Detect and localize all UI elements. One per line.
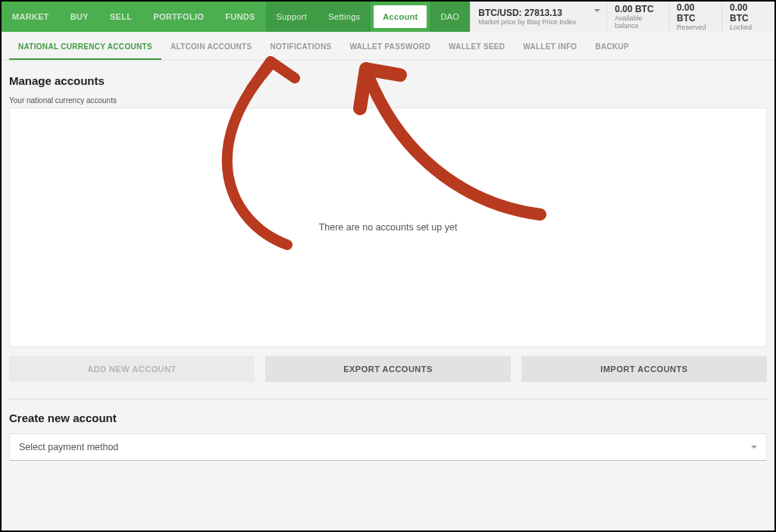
section-divider: [9, 399, 767, 399]
available-balance-label: Available balance: [615, 14, 661, 30]
nav-sell[interactable]: SELL: [99, 2, 142, 32]
chevron-down-icon: [594, 9, 600, 15]
import-accounts-button[interactable]: IMPORT ACCOUNTS: [521, 356, 767, 382]
create-account-title: Create new account: [9, 412, 767, 424]
tab-notifications[interactable]: NOTIFICATIONS: [261, 32, 340, 60]
locked-balance-value: 0.00 BTC: [730, 2, 767, 23]
account-subtabs: NATIONAL CURRENCY ACCOUNTS ALTCOIN ACCOU…: [2, 32, 774, 61]
price-value: BTC/USD: 27813.13: [478, 8, 599, 18]
tab-wallet-password[interactable]: WALLET PASSWORD: [340, 32, 440, 60]
locked-balance-label: Locked: [730, 23, 767, 31]
add-new-account-button: ADD NEW ACCOUNT: [9, 356, 255, 382]
manage-accounts-title: Manage accounts: [9, 74, 767, 87]
nav-primary: MARKET BUY SELL PORTFOLIO FUNDS Support …: [2, 2, 470, 32]
tab-backup[interactable]: BACKUP: [586, 32, 638, 60]
content-area: Manage accounts Your national currency a…: [2, 61, 774, 461]
reserved-balance-label: Reserved: [677, 23, 714, 31]
status-group: BTC/USD: 27813.13 Market price by Bisq P…: [470, 2, 774, 32]
nav-funds[interactable]: FUNDS: [214, 2, 265, 32]
price-dropdown[interactable]: BTC/USD: 27813.13 Market price by Bisq P…: [470, 2, 606, 32]
accounts-list-label: Your national currency accounts: [9, 96, 767, 105]
nav-market[interactable]: MARKET: [2, 2, 60, 32]
nav-buy[interactable]: BUY: [60, 2, 99, 32]
nav-portfolio[interactable]: PORTFOLIO: [142, 2, 214, 32]
reserved-balance-box: 0.00 BTC Reserved: [668, 2, 721, 32]
tab-national-currency-accounts[interactable]: NATIONAL CURRENCY ACCOUNTS: [9, 32, 161, 60]
nav-support[interactable]: Support: [266, 2, 318, 32]
payment-method-placeholder: Select payment method: [19, 442, 118, 452]
export-accounts-button[interactable]: EXPORT ACCOUNTS: [265, 356, 511, 382]
available-balance-value: 0.00 BTC: [615, 4, 661, 14]
locked-balance-box: 0.00 BTC Locked: [721, 2, 774, 32]
account-actions-row: ADD NEW ACCOUNT EXPORT ACCOUNTS IMPORT A…: [9, 356, 767, 382]
nav-settings[interactable]: Settings: [318, 2, 371, 32]
accounts-panel: There are no accounts set up yet: [9, 108, 767, 347]
top-navbar: MARKET BUY SELL PORTFOLIO FUNDS Support …: [2, 2, 774, 32]
payment-method-select[interactable]: Select payment method: [9, 433, 767, 461]
available-balance-box: 0.00 BTC Available balance: [606, 2, 668, 32]
reserved-balance-value: 0.00 BTC: [677, 2, 714, 23]
tab-altcoin-accounts[interactable]: ALTCOIN ACCOUNTS: [161, 32, 261, 60]
tab-wallet-seed[interactable]: WALLET SEED: [440, 32, 514, 60]
tab-wallet-info[interactable]: WALLET INFO: [514, 32, 586, 60]
empty-accounts-message: There are no accounts set up yet: [319, 222, 458, 233]
chevron-down-icon: [751, 446, 757, 452]
nav-dao[interactable]: DAO: [430, 2, 470, 32]
nav-account[interactable]: Account: [374, 5, 427, 28]
price-sub: Market price by Bisq Price Index: [478, 18, 599, 26]
